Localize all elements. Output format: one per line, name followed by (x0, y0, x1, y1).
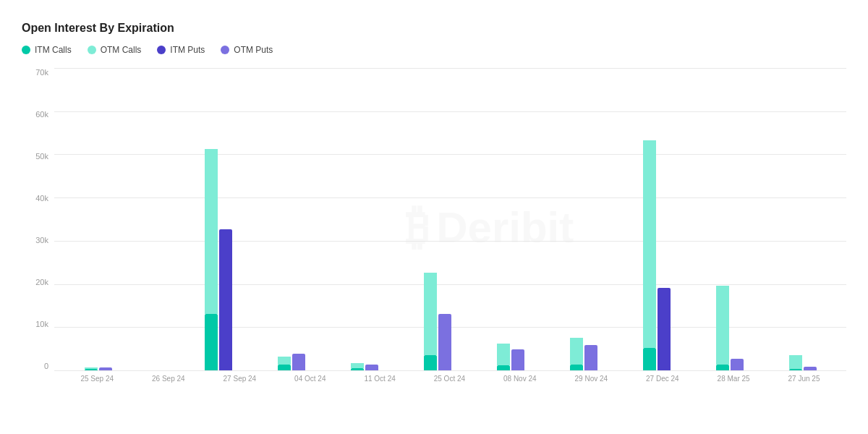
y-axis-label: 20k (35, 278, 54, 286)
itm-calls-bar (278, 365, 291, 370)
y-axis: 70k60k50k40k30k20k10k0 (22, 68, 54, 386)
x-axis-label: 25 Sep 24 (80, 375, 114, 383)
legend-item: OTM Puts (221, 45, 273, 55)
otm-puts-bar (438, 314, 451, 370)
bar-group (424, 273, 451, 370)
y-axis-label: 70k (35, 68, 54, 77)
puts-stack (731, 359, 744, 370)
otm-puts-bar (511, 349, 524, 370)
puts-stack (365, 365, 378, 370)
legend: ITM CallsOTM CallsITM PutsOTM Puts (22, 45, 846, 55)
chart-title: Open Interest By Expiration (22, 22, 846, 35)
otm-calls-bar (570, 338, 583, 364)
chart-container: Open Interest By Expiration ITM CallsOTM… (0, 0, 868, 434)
calls-stack (205, 149, 218, 370)
y-axis-label: 50k (35, 152, 54, 161)
x-axis-label: 29 Nov 24 (575, 375, 608, 383)
y-axis-label: 40k (35, 194, 54, 203)
legend-label: OTM Calls (101, 45, 142, 55)
otm-calls-bar (278, 357, 291, 365)
calls-stack (716, 286, 729, 370)
otm-calls-bar (789, 355, 802, 370)
chart-area: 70k60k50k40k30k20k10k0 ₿ Deribit 25 Sep … (22, 68, 846, 386)
otm-calls-bar (424, 273, 437, 355)
puts-stack (219, 229, 232, 370)
itm-calls-bar (497, 365, 510, 370)
calls-stack (643, 140, 656, 370)
x-axis-label: 11 Oct 24 (364, 375, 395, 383)
calls-stack (497, 344, 510, 370)
itm-calls-bar (643, 348, 656, 370)
otm-puts-bar (365, 365, 378, 370)
legend-label: ITM Calls (35, 45, 72, 55)
puts-stack (511, 349, 524, 370)
bars-area (54, 68, 846, 370)
y-axis-label: 60k (35, 110, 54, 119)
itm-calls-bar (424, 355, 437, 370)
otm-calls-bar (643, 140, 656, 348)
itm-puts-bar (658, 288, 671, 370)
x-axis-label: 28 Mar 25 (718, 375, 750, 383)
bar-group (643, 140, 671, 370)
calls-stack (351, 363, 364, 370)
legend-dot (157, 46, 166, 54)
itm-calls-bar (570, 365, 583, 370)
legend-dot (88, 46, 96, 54)
bar-group (497, 344, 524, 370)
calls-stack (424, 273, 437, 370)
bar-group (789, 355, 817, 370)
calls-stack (278, 357, 291, 370)
puts-stack (584, 345, 597, 370)
x-axis-label: 27 Dec 24 (646, 375, 679, 383)
otm-calls-bar (205, 149, 218, 314)
itm-calls-bar (716, 365, 729, 370)
y-axis-label: 30k (35, 236, 54, 244)
legend-item: ITM Calls (22, 45, 72, 55)
x-axis-label: 26 Sep 24 (152, 375, 185, 383)
legend-label: ITM Puts (170, 45, 205, 55)
otm-puts-bar (584, 345, 597, 370)
otm-calls-bar (351, 363, 364, 368)
legend-dot (221, 46, 229, 54)
x-axis-label: 08 Nov 24 (503, 375, 537, 383)
otm-calls-bar (497, 344, 510, 366)
otm-puts-bar (292, 354, 305, 370)
x-axis-label: 25 Oct 24 (434, 375, 465, 383)
bar-group (205, 149, 232, 370)
legend-item: ITM Puts (157, 45, 205, 55)
bar-group (570, 338, 597, 370)
bar-group (278, 354, 305, 370)
legend-label: OTM Puts (234, 45, 273, 55)
x-axis-label: 27 Sep 24 (224, 375, 257, 383)
legend-dot (22, 46, 30, 54)
y-axis-label: 10k (35, 320, 54, 328)
puts-stack (658, 288, 671, 370)
bar-group (351, 363, 378, 370)
x-axis-label: 27 Jun 25 (788, 375, 820, 383)
chart-inner: ₿ Deribit 25 Sep 2426 Sep 2427 Sep 2404 … (54, 68, 846, 386)
bar-group (716, 286, 744, 370)
itm-calls-bar (205, 314, 218, 370)
puts-stack (292, 354, 305, 370)
otm-puts-bar (731, 359, 744, 370)
x-labels: 25 Sep 2426 Sep 2427 Sep 2404 Oct 2411 O… (54, 370, 846, 386)
y-axis-label: 0 (44, 362, 54, 370)
itm-puts-bar (219, 229, 232, 370)
legend-item: OTM Calls (88, 45, 142, 55)
otm-calls-bar (716, 286, 729, 365)
x-axis-label: 04 Oct 24 (294, 375, 326, 383)
calls-stack (789, 355, 802, 370)
puts-stack (438, 314, 451, 370)
calls-stack (570, 338, 583, 370)
